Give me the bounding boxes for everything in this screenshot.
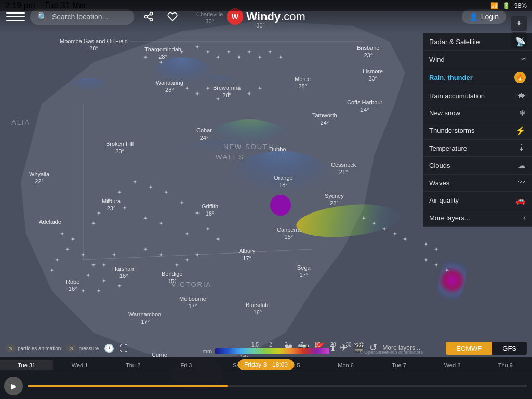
layer-icon-thunderstorms: ⚡ — [515, 126, 526, 136]
model-btn-gfs[interactable]: GFS — [492, 342, 527, 355]
status-right: 📶 🔋 98% — [490, 2, 527, 9]
layer-icon-more-layers: ‹ — [523, 213, 526, 222]
map-label: VICTORIA — [171, 281, 211, 289]
legend-tick: 20 — [325, 342, 341, 348]
svg-line-3 — [147, 17, 150, 19]
layer-label-clouds: Clouds — [429, 162, 450, 169]
layer-label-waves: Waves — [429, 179, 449, 187]
legend-ticks: 1.5237102030 — [247, 342, 356, 348]
date-item[interactable]: Mon 6 — [319, 360, 372, 370]
legend-tick: 30 — [341, 342, 356, 348]
svg-point-2 — [150, 18, 153, 21]
logo-text: Windy.com — [246, 10, 305, 23]
map-label: Bega17° — [297, 264, 311, 279]
legend-bar — [215, 348, 329, 354]
date-item[interactable]: Tue 7 — [373, 360, 425, 370]
battery-pct: 98% — [514, 2, 527, 9]
layer-icon-clouds: ☁ — [517, 161, 526, 170]
map-label: Tamworth24° — [312, 112, 337, 127]
layer-label-rain-accum: Rain accumulation — [429, 92, 485, 100]
map-label: Albury17° — [239, 247, 255, 262]
legend-tick: 7 — [294, 342, 310, 348]
timeline-track[interactable]: ▶ — [0, 373, 532, 399]
user-icon: 👤 — [469, 12, 478, 21]
layer-item-air-quality[interactable]: Air quality 🚗 — [423, 192, 532, 209]
map-label: Bendigo15° — [162, 270, 182, 285]
login-button[interactable]: 👤 Login — [462, 9, 506, 24]
date-item[interactable]: Wed 1 — [53, 360, 106, 370]
timeline-progress — [28, 385, 228, 387]
date-item[interactable]: Thu 2 — [107, 360, 159, 370]
layer-label-wind: Wind — [429, 56, 445, 63]
layer-icon-air-quality: 🚗 — [515, 195, 526, 205]
legend-tick: 1.5 — [247, 342, 263, 348]
map-label: Cessnock21° — [331, 161, 356, 176]
map-label: Brewarrina28° — [213, 84, 241, 99]
wifi-icon: 📶 — [490, 2, 498, 9]
map-label: Canberra15° — [277, 226, 301, 241]
layer-item-rain-accum[interactable]: Rain accumulation 🌧 — [423, 87, 532, 104]
map-label: Melbourne17° — [179, 295, 206, 310]
layer-label-rain-thunder: Rain, thunder — [429, 74, 473, 82]
layer-item-wind[interactable]: Wind ≈ — [423, 51, 532, 68]
date-item[interactable]: Tue 31 — [0, 360, 53, 370]
layer-icon-new-snow: ❄ — [519, 108, 526, 118]
timeline-scrubber[interactable] — [28, 385, 527, 387]
play-button[interactable]: ▶ — [4, 377, 23, 395]
layer-item-clouds[interactable]: Clouds ☁ — [423, 157, 532, 175]
map-label: Moree28° — [295, 75, 311, 90]
current-time-badge: Friday 3 - 18:00 — [238, 359, 294, 370]
layer-item-rain-thunder[interactable]: Rain, thunder 🔥 — [423, 68, 532, 87]
date-item[interactable]: Fri 3 — [159, 360, 212, 370]
legend-tick: 2 — [263, 342, 278, 348]
date-item[interactable]: Wed 8 — [425, 360, 478, 370]
svg-point-0 — [150, 12, 153, 15]
map-label: Moomba Gas and Oil Field28° — [60, 37, 128, 52]
map-label: NEW SOUTH — [223, 143, 274, 152]
map-label: Orange18° — [274, 174, 293, 189]
map-label: Cobar24° — [196, 127, 212, 142]
search-icon: 🔍 — [37, 12, 48, 22]
layer-item-more-layers[interactable]: More layers... ‹ — [423, 209, 532, 227]
map-label: Griffith18° — [202, 203, 218, 218]
svg-point-1 — [145, 16, 148, 18]
layer-label-thunderstorms: Thunderstorms — [429, 127, 474, 135]
layer-item-waves[interactable]: Waves 〰 — [423, 175, 532, 192]
layer-item-radar-satellite[interactable]: Radar & Satellite 📡 — [423, 33, 532, 51]
map-label: Mildura23° — [102, 197, 121, 212]
map-label: Broken Hill23° — [106, 140, 134, 155]
search-input[interactable] — [52, 12, 125, 21]
layer-label-more-layers: More layers... — [429, 214, 470, 222]
layer-icon-waves: 〰 — [517, 178, 526, 188]
layer-item-thunderstorms[interactable]: Thunderstorms ⚡ — [423, 122, 532, 140]
map-label: Bairsdale16° — [246, 301, 270, 316]
map-label: Lismore23° — [363, 68, 383, 83]
layer-item-new-snow[interactable]: New snow ❄ — [423, 104, 532, 122]
map-label: Coffs Harbour24° — [347, 99, 382, 114]
svg-line-4 — [147, 14, 150, 16]
zoom-in-button[interactable]: + — [511, 16, 527, 31]
layer-label-temperature: Temperature — [429, 144, 467, 152]
layer-item-temperature[interactable]: Temperature 🌡 — [423, 140, 532, 157]
layer-active-rain-thunder: 🔥 — [514, 72, 526, 83]
status-time-date: 2:19 pm Tue 31 Mar — [5, 1, 87, 10]
map-label: WALES — [216, 153, 244, 162]
model-btn-ecmwf[interactable]: ECMWF — [446, 342, 492, 355]
layer-label-new-snow: New snow — [429, 109, 460, 117]
layers-panel: Radar & Satellite 📡 Wind ≈ Rain, thunder… — [423, 33, 532, 227]
map-label: Adelaide — [39, 218, 61, 225]
layer-label-radar-satellite: Radar & Satellite — [429, 38, 480, 46]
status-date: Tue 31 Mar — [44, 1, 86, 10]
map-label: Robe16° — [66, 278, 79, 293]
map-label: Sydney22° — [325, 192, 344, 207]
map-label: Dubbo — [269, 145, 286, 153]
map-label: Thargomindah28° — [144, 46, 181, 61]
layer-icon-radar-satellite: 📡 — [515, 37, 526, 47]
status-bar: 2:19 pm Tue 31 Mar 📶 🔋 98% — [0, 0, 532, 11]
map-label: Warrnambool17° — [128, 311, 163, 326]
status-time: 2:19 pm — [5, 1, 35, 10]
attribution: © OpenStreetMap contributors — [360, 350, 423, 355]
model-selector: ECMWFGFS — [446, 342, 527, 355]
date-item[interactable]: Thu 9 — [479, 360, 532, 370]
layer-icon-temperature: 🌡 — [517, 143, 526, 153]
